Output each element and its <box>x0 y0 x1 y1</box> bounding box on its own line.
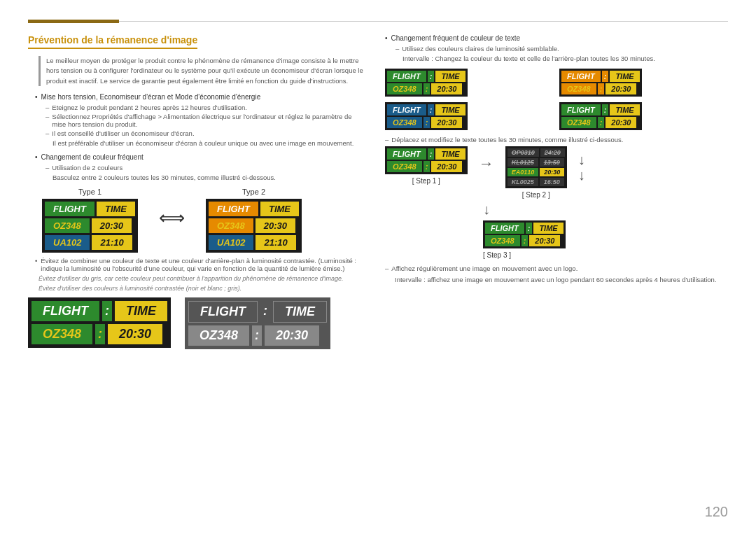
type2-section: Type 2 FLIGHT TIME OZ348 20:30 UA102 <box>206 188 302 253</box>
dash-note: Déplacez et modifiez le texte toutes les… <box>385 136 728 143</box>
smb2-oz: OZ348 <box>561 83 596 94</box>
smb3-oz: OZ348 <box>387 117 422 128</box>
step2: OP0310 24:20 KL0125 13:50 EA0110 20:30 <box>505 146 567 199</box>
type2-ua-time: 21:10 <box>255 235 295 250</box>
smb3-val: 20:30 <box>431 117 462 128</box>
step-arrow-right: → <box>479 155 494 173</box>
type1-board: FLIGHT TIME OZ348 20:30 UA102 21:10 <box>42 199 138 253</box>
right-column: Changement fréquent de couleur de texte … <box>385 34 728 520</box>
smb3-flight: FLIGHT <box>387 104 426 115</box>
sm-board-3: FLIGHT : TIME OZ348 : 20:30 <box>385 102 468 130</box>
step3-section: ↓ FLIGHT : TIME OZ348 : 20:30 [ Step 3 ] <box>483 202 728 259</box>
lb2-oz: OZ348 <box>188 325 249 346</box>
smb1-oz: OZ348 <box>387 83 422 94</box>
smb4-header: FLIGHT : TIME <box>561 104 640 115</box>
large-board-2: FLIGHT : TIME OZ348 : 20:30 <box>185 297 330 349</box>
s2-row-1: OP0310 24:20 <box>507 148 565 157</box>
aff-sub: Intervalle : affichez une image en mouve… <box>395 275 728 284</box>
page: Prévention de la rémanence d'image Le me… <box>0 0 756 534</box>
lb1-header: FLIGHT : TIME <box>31 301 167 321</box>
section-title: Prévention de la rémanence d'image <box>28 34 197 49</box>
lb1-flight: FLIGHT <box>31 301 99 321</box>
double-arrow-down: ↓ ↓ <box>578 152 585 183</box>
smb2-header: FLIGHT : TIME <box>561 71 640 82</box>
type1-header: FLIGHT TIME <box>45 202 135 216</box>
step1-label: [ Step 1 ] <box>412 177 440 185</box>
step2-label: [ Step 2 ] <box>522 191 550 199</box>
lb1-colon2: : <box>95 324 105 344</box>
sm-board-2: FLIGHT : TIME OZ348 : 20:30 <box>559 69 642 97</box>
intro-text: Le meilleur moyen de protéger le produit… <box>38 56 364 86</box>
types-section: Type 1 FLIGHT TIME OZ348 20:30 UA102 <box>42 188 364 253</box>
large-board-1: FLIGHT : TIME OZ348 : 20:30 <box>28 297 171 348</box>
s1-row: OZ348 : 20:30 <box>387 161 465 172</box>
smb4-flight: FLIGHT <box>561 104 601 115</box>
boards-grid: FLIGHT : TIME OZ348 : 20:30 FLIGHT : <box>385 69 728 130</box>
arrow-down-1: ↓ <box>578 152 585 167</box>
s2-row-2: KL0125 13:50 <box>507 158 565 167</box>
bullet-sub-1c: Il est conseillé d'utiliser un économise… <box>46 129 364 137</box>
content: Prévention de la rémanence d'image Le me… <box>28 34 728 520</box>
type1-row2: UA102 21:10 <box>45 235 135 250</box>
left-column: Prévention de la rémanence d'image Le me… <box>28 34 364 520</box>
aff-note: Affichez régulièrement une image en mouv… <box>385 265 728 272</box>
smb2-flight: FLIGHT <box>561 71 601 82</box>
type2-header: FLIGHT TIME <box>209 202 299 216</box>
type1-ua: UA102 <box>45 235 90 250</box>
s3-row: OZ348 : 20:30 <box>485 235 564 246</box>
right-bullet-1: Changement fréquent de couleur de texte <box>385 34 728 42</box>
lb1-colon: : <box>102 301 112 321</box>
sub-text-2: Basculez entre 2 couleurs toutes les 30 … <box>52 173 364 182</box>
step1: FLIGHT : TIME OZ348 : 20:30 [ Step 1 ] <box>385 146 468 185</box>
bullet-2: Changement de couleur fréquent Utilisati… <box>28 153 364 182</box>
smb1-row: OZ348 : 20:30 <box>387 83 465 94</box>
smb1-time: TIME <box>435 71 465 82</box>
lb1-oz: OZ348 <box>31 324 92 344</box>
smb1-flight: FLIGHT <box>387 71 426 82</box>
bullet-main-2: Changement de couleur fréquent <box>35 153 364 161</box>
s1-header: FLIGHT : TIME <box>387 148 465 160</box>
type2-ua: UA102 <box>209 235 253 250</box>
lb2-header: FLIGHT : TIME <box>188 301 327 323</box>
lb2-colon: : <box>260 301 270 323</box>
bullet-sub-1b: Sélectionnez Propriétés d'affichage > Al… <box>46 113 364 128</box>
type1-label: Type 1 <box>42 188 138 196</box>
italic-note-1: Évitez de combiner une couleur de texte … <box>35 257 364 272</box>
type1-time-val: 20:30 <box>92 218 132 233</box>
arrow-icon: ⟺ <box>159 207 185 229</box>
smb4-row: OZ348 : 20:30 <box>561 117 640 128</box>
type1-oz: OZ348 <box>45 218 90 233</box>
step1-board: FLIGHT : TIME OZ348 : 20:30 <box>385 146 468 174</box>
right-sub-1: Utilisez des couleurs claires de luminos… <box>396 45 728 52</box>
bullet-sub-1a: Eteignez le produit pendant 2 heures apr… <box>46 104 364 111</box>
bullet-sub-2a: Utilisation de 2 couleurs <box>46 164 364 171</box>
smb2-time: TIME <box>610 71 639 82</box>
type2-board: FLIGHT TIME OZ348 20:30 UA102 21:10 <box>206 199 302 253</box>
smb2-val: 20:30 <box>606 83 636 94</box>
type2-row2: UA102 21:10 <box>209 235 299 250</box>
type2-label: Type 2 <box>206 188 302 196</box>
smb3-row: OZ348 : 20:30 <box>387 117 465 128</box>
smb4-time: TIME <box>610 104 639 115</box>
lb1-val: 20:30 <box>108 324 162 344</box>
lb2-colon2: : <box>252 325 262 346</box>
lb2-flight: FLIGHT <box>188 301 258 323</box>
smb4-oz: OZ348 <box>561 117 596 128</box>
step-arrow-down: ↓ <box>483 202 490 218</box>
bottom-boards: FLIGHT : TIME OZ348 : 20:30 FLIGHT : <box>28 297 364 349</box>
sub-text-1: Il est préférable d'utiliser un économis… <box>52 139 364 148</box>
type2-time-val: 20:30 <box>255 218 295 233</box>
lb1-time: TIME <box>115 301 167 321</box>
bullet-main-1: Mise hors tension, Economiseur d'écran e… <box>35 93 364 101</box>
step3-label: [ Step 3 ] <box>483 251 511 259</box>
type2-oz: OZ348 <box>209 218 253 233</box>
sm-board-4: FLIGHT : TIME OZ348 : 20:30 <box>559 102 642 130</box>
type1-row1: OZ348 20:30 <box>45 218 135 233</box>
smb1-header: FLIGHT : TIME <box>387 71 465 82</box>
type1-time: TIME <box>97 202 135 216</box>
italic-note-2: Évitez d'utiliser du gris, car cette cou… <box>38 275 364 282</box>
smb4-val: 20:30 <box>606 117 636 128</box>
right-sub-text-1: Intervalle : Changez la couleur du texte… <box>402 54 728 63</box>
type1-section: Type 1 FLIGHT TIME OZ348 20:30 UA102 <box>42 188 138 253</box>
lb2-row1: OZ348 : 20:30 <box>188 325 327 346</box>
